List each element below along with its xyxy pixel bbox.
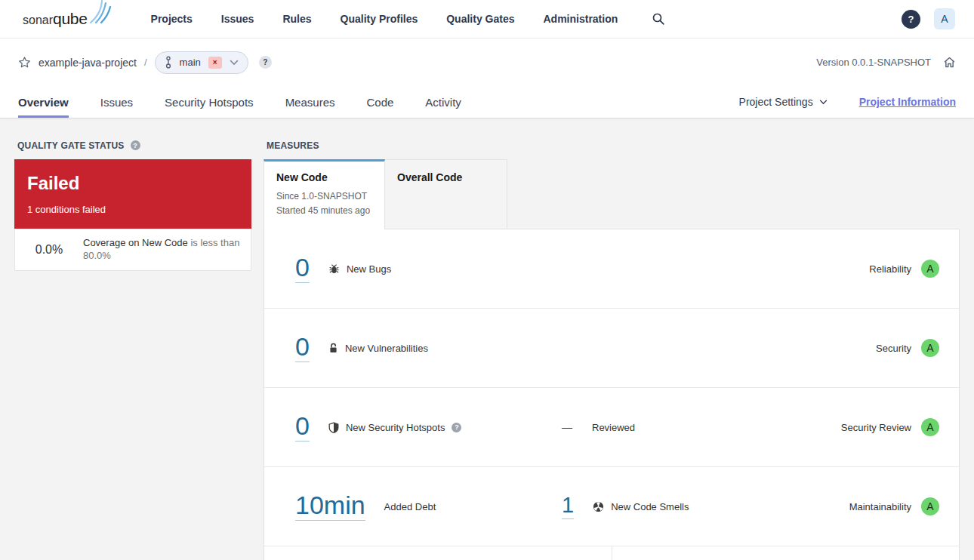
quality-gate-title-text: QUALITY GATE STATUS xyxy=(17,140,125,151)
security-hotspots-help-icon[interactable]: ? xyxy=(452,423,461,432)
quality-gate-help-icon[interactable]: ? xyxy=(131,140,140,150)
maintainability-rating-badge: A xyxy=(921,497,939,515)
topnav-right: ? A xyxy=(902,8,955,29)
new-code-smells-count-link[interactable]: 1 xyxy=(562,494,574,518)
breadcrumb-separator: / xyxy=(144,57,147,68)
nav-projects[interactable]: Projects xyxy=(151,13,193,25)
search-icon[interactable] xyxy=(652,13,664,25)
new-code-smells-label: New Code Smells xyxy=(611,501,689,512)
help-button[interactable]: ? xyxy=(902,10,920,29)
branch-failed-badge-close-icon[interactable]: × xyxy=(208,57,222,69)
branch-selector[interactable]: main × xyxy=(155,51,248,74)
quality-gate-title: QUALITY GATE STATUS ? xyxy=(17,140,251,151)
nav-rules[interactable]: Rules xyxy=(282,13,311,25)
tab-overview[interactable]: Overview xyxy=(18,86,69,118)
quality-gate-conditions-summary: 1 conditions failed xyxy=(27,204,239,215)
reviewed-value-dash: — xyxy=(562,421,572,433)
reliability-label: Reliability xyxy=(869,263,911,275)
reviewed-label: Reviewed xyxy=(592,422,635,433)
hotspots-left-group: 0 New Security Hotspots ? xyxy=(295,413,562,442)
tab-overall-code[interactable]: Overall Code xyxy=(385,159,507,229)
shield-icon xyxy=(328,422,339,433)
security-review-rating-badge: A xyxy=(921,418,939,436)
measures-title-text: MEASURES xyxy=(267,140,319,151)
avatar[interactable]: A xyxy=(934,8,955,29)
measures-bottom-grid xyxy=(264,546,959,560)
debt-left-group: 10min Added Debt xyxy=(295,492,562,522)
branch-help-icon[interactable]: ? xyxy=(259,56,272,69)
favorite-star-icon[interactable] xyxy=(18,56,31,69)
tab-activity[interactable]: Activity xyxy=(425,86,461,118)
project-version: Version 0.0.1-SNAPSHOT xyxy=(816,57,931,68)
new-vulnerabilities-label: New Vulnerabilities xyxy=(345,343,428,354)
measures-list: 0 New xyxy=(264,229,960,560)
new-bugs-count-link[interactable]: 0 xyxy=(295,254,310,284)
logo-swoosh-icon xyxy=(89,0,112,23)
home-icon[interactable] xyxy=(943,56,956,69)
main-nav: Projects Issues Rules Quality Profiles Q… xyxy=(151,13,618,25)
breadcrumb: example-java-project / main × ? Version … xyxy=(0,38,974,86)
project-settings-dropdown[interactable]: Project Settings xyxy=(739,96,828,108)
maintainability-label: Maintainability xyxy=(849,501,911,512)
new-vulnerabilities-count-link[interactable]: 0 xyxy=(295,334,310,363)
new-code-since: Since 1.0-SNAPSHOT xyxy=(276,189,372,204)
security-review-label: Security Review xyxy=(841,422,911,433)
code-smells-label-group: New Code Smells xyxy=(593,501,689,512)
added-debt-link[interactable]: 10min xyxy=(295,492,365,522)
overall-code-tab-label: Overall Code xyxy=(397,171,495,183)
breadcrumb-project-name[interactable]: example-java-project xyxy=(39,57,137,69)
measure-row-bugs: 0 New xyxy=(264,229,959,309)
tabs-right: Project Settings Project Information xyxy=(739,86,956,118)
nav-quality-gates[interactable]: Quality Gates xyxy=(446,13,514,25)
added-debt-label: Added Debt xyxy=(384,501,436,512)
new-security-hotspots-count-link[interactable]: 0 xyxy=(295,413,310,442)
new-bugs-label: New Bugs xyxy=(347,263,391,275)
tab-code[interactable]: Code xyxy=(366,86,393,118)
tab-measures[interactable]: Measures xyxy=(285,86,335,118)
security-rating-badge: A xyxy=(921,339,939,357)
quality-gate-status: Failed xyxy=(27,173,239,194)
branch-icon xyxy=(165,56,172,69)
new-code-started: Started 45 minutes ago xyxy=(276,204,372,218)
measure-row-vulnerabilities: 0 New Vulnerabilities Security A xyxy=(264,309,959,388)
nav-issues[interactable]: Issues xyxy=(221,13,254,25)
reliability-rating-badge: A xyxy=(921,260,939,278)
project-context-bar: example-java-project / main × ? Version … xyxy=(0,38,974,118)
security-label: Security xyxy=(876,343,911,354)
top-navigation: sonarqube Projects Issues Rules Quality … xyxy=(0,0,974,38)
quality-gate-panel: QUALITY GATE STATUS ? Failed 1 condition… xyxy=(14,140,251,560)
quality-gate-status-card: Failed 1 conditions failed xyxy=(14,159,251,229)
project-tabs: Overview Issues Security Hotspots Measur… xyxy=(0,86,974,118)
tab-new-code[interactable]: New Code Since 1.0-SNAPSHOT Started 45 m… xyxy=(264,159,385,229)
debt-label-group: Added Debt xyxy=(384,501,436,512)
chevron-down-icon xyxy=(819,100,828,105)
logo-text-light: qube xyxy=(53,10,88,28)
nav-quality-profiles[interactable]: Quality Profiles xyxy=(341,13,418,25)
nav-administration[interactable]: Administration xyxy=(544,13,618,25)
measures-title: MEASURES xyxy=(267,140,960,151)
quality-gate-condition-row[interactable]: 0.0% Coverage on New Code is less than 8… xyxy=(14,229,251,271)
condition-metric: Coverage on New Code xyxy=(83,237,188,248)
bug-icon xyxy=(328,263,340,275)
bugs-label-group: New Bugs xyxy=(328,263,391,275)
project-settings-label: Project Settings xyxy=(739,96,813,108)
lock-icon xyxy=(328,343,338,354)
bottom-grid-cell-left xyxy=(264,546,612,560)
sonarqube-logo[interactable]: sonarqube xyxy=(23,10,113,28)
vulnerabilities-label-group: New Vulnerabilities xyxy=(328,343,428,354)
overview-content: QUALITY GATE STATUS ? Failed 1 condition… xyxy=(0,118,974,560)
measure-row-maintainability: 10min Added Debt 1 xyxy=(264,467,959,546)
measures-panel: MEASURES New Code Since 1.0-SNAPSHOT Sta… xyxy=(264,140,960,560)
branch-name: main xyxy=(180,57,201,68)
new-security-hotspots-label: New Security Hotspots xyxy=(346,422,445,433)
chevron-down-icon xyxy=(230,60,239,66)
tab-security-hotspots[interactable]: Security Hotspots xyxy=(165,86,254,118)
logo-text-bold: sonar xyxy=(23,14,53,27)
tab-issues[interactable]: Issues xyxy=(100,86,133,118)
breadcrumb-right: Version 0.0.1-SNAPSHOT xyxy=(816,56,956,69)
project-information-link[interactable]: Project Information xyxy=(859,96,956,108)
condition-value: 0.0% xyxy=(15,243,83,257)
hotspots-label-group: New Security Hotspots ? xyxy=(328,422,462,433)
new-code-tab-label: New Code xyxy=(276,171,372,183)
code-smell-icon xyxy=(593,501,604,512)
